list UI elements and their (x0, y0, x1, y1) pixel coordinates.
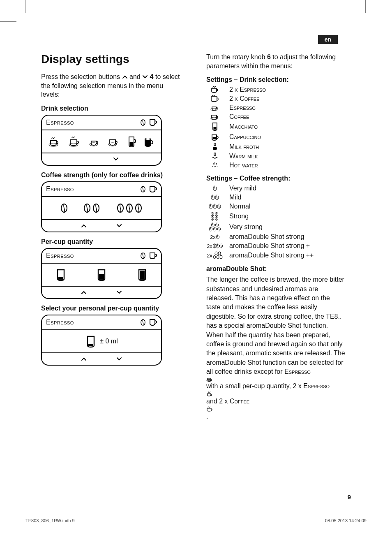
cup-icon (149, 319, 157, 326)
button-number-4: 4 (150, 73, 154, 80)
display-panel-personal-per-cup: Espresso ± 0 ml (41, 315, 162, 366)
espresso-icon (206, 377, 345, 382)
list-item: 2x aromaDouble Shot strong (206, 233, 345, 241)
knob-number-6: 6 (267, 53, 271, 60)
double-coffee-icon (206, 406, 345, 412)
chevron-down-icon (116, 224, 122, 228)
bean-icon (140, 252, 146, 259)
strength-label: Very strong (229, 223, 263, 231)
panel-head: Espresso (42, 182, 161, 196)
svg-rect-17 (140, 271, 145, 280)
footer-file: TE803_806_1RW.indb 9 (25, 518, 75, 523)
aroma-text-and: and 2 x (206, 398, 230, 405)
right-intro: Turn the rotary knob 6 to adjust the fol… (206, 53, 345, 70)
drink-label: Coffee (229, 113, 249, 120)
double-coffee-icon (69, 136, 83, 147)
bean-icon (140, 319, 146, 326)
bean-icon (140, 119, 146, 126)
strength-label: Normal (229, 203, 251, 210)
svg-rect-16 (99, 274, 104, 280)
double-espresso-icon (206, 86, 224, 93)
crop-mark-right (365, 0, 366, 13)
svg-rect-19 (88, 344, 93, 346)
panel-body: ± 0 ml (42, 329, 161, 353)
svg-rect-23 (213, 137, 216, 139)
panel-foot (42, 220, 161, 232)
list-item: Strong (206, 212, 345, 221)
chevron-up-icon (81, 290, 87, 294)
double-coffee-icon (206, 95, 224, 102)
bean-1-icon (60, 203, 69, 213)
svg-point-48 (217, 255, 219, 259)
panel-foot (42, 153, 161, 165)
panel-body (42, 196, 161, 220)
list-item: Coffee (206, 113, 345, 120)
espresso-icon (206, 104, 224, 111)
cappuccino-icon (143, 136, 154, 147)
crop-mark-horizontal (0, 21, 16, 22)
svg-point-47 (213, 255, 216, 259)
section-coffee-strength-title: Coffee strength (only for coffee drinks) (41, 171, 180, 179)
ml-label: ± 0 ml (100, 338, 118, 345)
page-number: 9 (348, 493, 351, 500)
list-item: Macchiato (206, 122, 345, 131)
svg-rect-22 (214, 127, 217, 130)
manual-page: en Display settings Press the selection … (0, 0, 392, 542)
bean-3-icon (116, 203, 144, 213)
cup-icon (149, 252, 157, 259)
chevron-down-icon (116, 357, 122, 361)
aroma-text-end: . (206, 413, 208, 420)
aroma-title: aromaDouble Shot: (206, 265, 345, 273)
aroma-coffee-label: Coffee (230, 398, 249, 405)
bean-1-icon (206, 185, 224, 191)
drink-label: Hot water (229, 162, 258, 169)
settings-coffee-strength-title: Settings – Coffee strength: (206, 175, 345, 182)
strength-label: Strong (229, 213, 249, 220)
drink-label: 2 x Coffee (229, 95, 259, 102)
strength-label: aromaDouble Shot strong (229, 233, 304, 241)
svg-rect-25 (214, 153, 216, 155)
svg-point-6 (145, 138, 151, 140)
svg-rect-24 (214, 143, 216, 146)
display-panel-per-cup: Espresso (41, 248, 162, 299)
aroma-2x-5-icon: 2x (206, 251, 224, 259)
list-item: Hot water (206, 162, 345, 169)
svg-rect-15 (58, 277, 63, 280)
fill-full-icon (136, 268, 148, 281)
aroma-2x-3-icon: 2x (206, 243, 224, 249)
section-drink-selection-title: Drink selection (41, 105, 180, 112)
strength-label: Mild (229, 194, 241, 201)
display-panel-coffee-strength: Espresso (41, 181, 162, 232)
bean-2-icon (206, 195, 224, 200)
panel-label: Espresso (46, 119, 74, 126)
drink-label: 2 x Espresso (229, 86, 266, 93)
aroma-esp2-label: Espresso (303, 382, 330, 389)
double-espresso-icon (48, 136, 62, 147)
fill-low-icon (55, 268, 67, 281)
right-column: Turn the rotary knob 6 to adjust the fol… (206, 53, 345, 426)
chevron-up-icon (122, 75, 128, 79)
panel-body (42, 263, 161, 287)
coffee-icon (206, 113, 224, 120)
aroma-text-a: The longer the coffee is brewed, the mor… (206, 276, 345, 375)
list-item: Mild (206, 194, 345, 201)
chevron-up-icon (81, 224, 87, 228)
list-item: Warm milk (206, 153, 345, 160)
panel-label: Espresso (46, 319, 74, 326)
macchiato-icon (127, 135, 136, 148)
bean-3-icon (206, 204, 224, 209)
drink-label: Cappuccino (229, 133, 261, 141)
settings-drink-selection-title: Settings – Drink selection: (206, 76, 345, 83)
espresso-icon (89, 136, 101, 147)
crop-mark-vertical (25, 0, 25, 13)
coffee-icon (108, 136, 120, 147)
left-column: Display settings Press the selection but… (41, 53, 180, 426)
page-title: Display settings (41, 53, 180, 66)
panel-foot (42, 287, 161, 298)
double-espresso-icon (206, 391, 345, 397)
cup-icon (149, 185, 157, 193)
intro-text-a: Press the selection buttons (41, 73, 122, 80)
panel-label: Espresso (46, 252, 74, 259)
list-item: Normal (206, 203, 345, 210)
drink-label: Espresso (229, 104, 256, 111)
